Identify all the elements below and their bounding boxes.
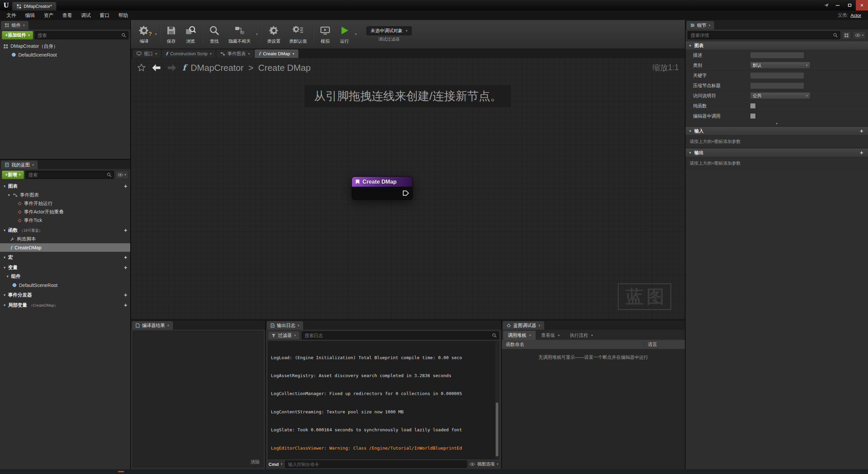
- subtab-call-stack[interactable]: 调用堆栈 ▾: [503, 331, 536, 340]
- breadcrumb-current[interactable]: Create DMap: [258, 63, 311, 73]
- category-dropdown[interactable]: 默认 ▾: [750, 62, 810, 69]
- back-arrow-icon[interactable]: [151, 64, 161, 72]
- tab-create-dmap[interactable]: f Create DMap ▾: [255, 49, 298, 58]
- column-function-name[interactable]: 函数命名: [502, 342, 644, 348]
- class-settings-button[interactable]: 类设置: [263, 23, 285, 46]
- menu-asset[interactable]: 资产: [39, 11, 58, 20]
- details-tab[interactable]: 细节 ▾: [687, 21, 714, 29]
- construction-script-row[interactable]: 构造脚本: [0, 235, 130, 243]
- dispatchers-section-header[interactable]: ▼ 事件分发器 +: [0, 291, 130, 300]
- menu-debug[interactable]: 调试: [77, 11, 95, 20]
- pure-checkbox[interactable]: [750, 103, 756, 109]
- maximize-button[interactable]: [844, 0, 856, 11]
- simulate-button[interactable]: 模拟: [315, 23, 335, 46]
- window-tab[interactable]: DMapCreator*: [12, 2, 56, 11]
- components-tab[interactable]: 组件 ▾: [1, 21, 28, 29]
- log-filters-button[interactable]: 过滤器 ▾: [268, 331, 300, 340]
- column-language[interactable]: 语言: [644, 342, 685, 348]
- menu-view[interactable]: 查看: [58, 11, 77, 20]
- details-view-options-button[interactable]: ▾: [853, 31, 866, 39]
- my-blueprint-tab[interactable]: 我的蓝图 ▾: [1, 161, 38, 169]
- output-log-tab[interactable]: 输出日志 ▾: [267, 321, 303, 330]
- close-button[interactable]: ×: [856, 0, 868, 11]
- play-button[interactable]: 运行: [335, 23, 354, 46]
- outputs-section-header[interactable]: ▼ 输出 +: [686, 148, 868, 157]
- console-command-input[interactable]: [285, 460, 467, 468]
- minimize-button[interactable]: [831, 0, 844, 11]
- subtab-execution-flow[interactable]: 执行流程 ▾: [565, 331, 598, 340]
- browse-button[interactable]: 浏览: [181, 23, 200, 46]
- menu-file[interactable]: 文件: [2, 11, 21, 20]
- subtab-watch-values[interactable]: 查看值 ▾: [536, 331, 565, 340]
- view-options-button[interactable]: 视图选项 ▾: [470, 461, 498, 467]
- event-begin-play-row[interactable]: 事件开始运行: [0, 199, 130, 208]
- variable-scene-root-row[interactable]: DefaultSceneRoot: [0, 281, 130, 289]
- tab-viewport[interactable]: 视口 ▾: [133, 49, 161, 58]
- event-actor-overlap-row[interactable]: 事件Actor开始重叠: [0, 208, 130, 216]
- advanced-expander[interactable]: ▾: [686, 121, 868, 126]
- my-blueprint-search-input[interactable]: [26, 172, 114, 178]
- component-row-scene-root[interactable]: DefaultSceneRoot: [0, 50, 130, 59]
- create-dmap-node[interactable]: Create DMap: [352, 177, 413, 200]
- details-search-input[interactable]: [688, 33, 840, 38]
- graphs-section-header[interactable]: ▼ 图表 +: [0, 182, 130, 191]
- blueprint-debugger-tab[interactable]: 蓝图调试器 ▾: [503, 321, 544, 330]
- add-local-variable-button[interactable]: +: [124, 302, 127, 308]
- log-scrollbar-thumb[interactable]: [496, 403, 498, 456]
- feedback-icon[interactable]: [821, 3, 831, 7]
- hide-unrelated-chevron-icon[interactable]: ▾: [255, 33, 259, 36]
- compact-node-title-field[interactable]: [750, 82, 804, 89]
- hide-unrelated-button[interactable]: 隐藏不相关: [224, 23, 255, 46]
- compile-options-chevron-icon[interactable]: ▾: [154, 33, 158, 36]
- functions-section-header[interactable]: ▼ 函数 （18可覆盖） +: [0, 226, 130, 235]
- breadcrumb-root[interactable]: DMapCreator: [191, 63, 243, 73]
- add-variable-button[interactable]: +: [124, 265, 127, 271]
- description-field[interactable]: [750, 52, 804, 59]
- compile-button[interactable]: ? 编译: [134, 23, 154, 46]
- exec-pin-icon[interactable]: [402, 190, 409, 196]
- add-macro-button[interactable]: +: [124, 254, 127, 261]
- inputs-section-header[interactable]: ▼ 输入 +: [686, 126, 868, 136]
- add-input-button[interactable]: +: [859, 128, 865, 134]
- menu-edit[interactable]: 编辑: [21, 11, 39, 20]
- menu-help[interactable]: 帮助: [114, 11, 133, 20]
- menu-window[interactable]: 窗口: [95, 11, 114, 20]
- compiler-results-tab[interactable]: 编译器结果 ▾: [132, 321, 173, 330]
- keywords-field[interactable]: [750, 72, 804, 79]
- local-variables-section-header[interactable]: ▼ 局部变量 （CreateDMap） +: [0, 301, 130, 310]
- add-dispatcher-button[interactable]: +: [124, 292, 127, 298]
- log-text-area[interactable]: LogLoad: (Engine Initialization) Total B…: [268, 341, 499, 459]
- event-graph-row[interactable]: ▼ 事件图表: [0, 191, 130, 199]
- call-in-editor-checkbox[interactable]: [750, 113, 756, 119]
- components-search-input[interactable]: [35, 33, 128, 38]
- tab-event-graph[interactable]: 事件图表 ▾: [216, 49, 254, 58]
- find-button[interactable]: 查找: [204, 23, 224, 46]
- add-output-button[interactable]: +: [859, 150, 865, 156]
- save-button[interactable]: 保存: [162, 23, 181, 46]
- graph-section-header[interactable]: ▼ 图表: [686, 41, 868, 50]
- tab-construction-script[interactable]: f Construction Scrip ▾: [162, 49, 216, 58]
- add-component-button[interactable]: +添加组件 ▾: [2, 31, 33, 40]
- debug-object-dropdown[interactable]: 未选中调试对象 ▾: [367, 26, 412, 35]
- graph-editor[interactable]: f DMapCreator > Create DMap 缩放1:1 从引脚拖拽连…: [131, 58, 685, 320]
- variables-components-group[interactable]: ▼ 组件: [0, 272, 130, 281]
- cmd-dropdown[interactable]: Cmd ▾: [269, 462, 282, 467]
- variables-section-header[interactable]: ▼ 变量 +: [0, 263, 130, 272]
- log-search-input[interactable]: [302, 333, 499, 338]
- node-header[interactable]: Create DMap: [352, 177, 413, 187]
- log-scrollbar[interactable]: [495, 342, 499, 459]
- add-function-button[interactable]: +: [124, 227, 127, 233]
- forward-arrow-icon[interactable]: [167, 64, 177, 72]
- macros-section-header[interactable]: ▼ 宏 +: [0, 253, 130, 262]
- play-options-chevron-icon[interactable]: ▾: [354, 33, 358, 36]
- class-defaults-button[interactable]: 类默认值: [285, 23, 311, 46]
- event-tick-row[interactable]: 事件Tick: [0, 216, 130, 225]
- component-row-root[interactable]: DMapCreator（自身）: [0, 42, 130, 50]
- clear-button[interactable]: 清除: [251, 459, 260, 465]
- property-matrix-button[interactable]: [842, 31, 851, 39]
- bookmark-star-icon[interactable]: [137, 63, 146, 72]
- access-specifier-dropdown[interactable]: 公共 ▾: [750, 92, 810, 99]
- add-new-button[interactable]: +新增 ▾: [2, 170, 24, 179]
- visibility-filter-button[interactable]: ▾: [115, 171, 129, 179]
- add-graph-button[interactable]: +: [124, 183, 127, 189]
